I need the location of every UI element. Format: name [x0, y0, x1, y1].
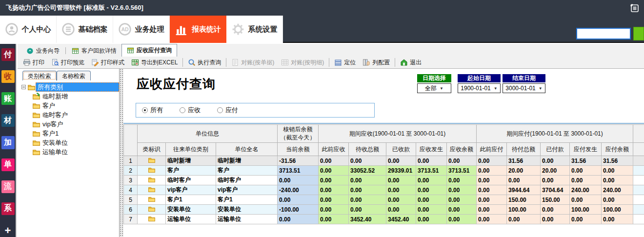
tab-客户回款详情[interactable]: 客户回款详情: [67, 45, 121, 57]
nav-item-报表统计[interactable]: 报表统计: [170, 16, 226, 43]
toolbar-button-打印[interactable]: 打印: [20, 58, 48, 68]
grid-column-header-当前余额[interactable]: 当前余额: [278, 143, 319, 156]
tree-item-客户[interactable]: 客户: [18, 101, 119, 110]
grid-column-header-已收款[interactable]: 已收款: [386, 143, 416, 156]
receivable-cell-3: 0.00: [416, 205, 447, 215]
tab-业务向导[interactable]: 业务向导: [21, 45, 64, 57]
grid-column-header-应付余额[interactable]: 应付余额: [602, 143, 633, 156]
grid-column-header-应收余额[interactable]: 应收余额: [447, 143, 477, 156]
toolbar-button-列配置[interactable]: 列配置: [359, 58, 393, 68]
payable-cell-4: 0.00: [602, 176, 633, 185]
grid-column-header-往来单位类别[interactable]: 往来单位类别: [166, 143, 216, 156]
tab-应收应付查询[interactable]: 应收应付查询: [121, 44, 177, 57]
strip-button-系[interactable]: 系: [1, 202, 15, 215]
radio-所有[interactable]: 所有: [142, 106, 163, 115]
document-menu-icon[interactable]: [629, 3, 640, 14]
radio-circle-icon[interactable]: [217, 107, 223, 113]
nav-item-label: 基础档案: [79, 25, 108, 34]
tree-item-客户1[interactable]: 客户1: [18, 129, 119, 138]
doc-menu-icon: [629, 3, 640, 14]
nav-item-业务处理[interactable]: AD业务处理: [113, 16, 170, 43]
payable-cell-4: 31.56: [602, 156, 633, 166]
toolbar-button-定位[interactable]: 定位: [331, 58, 359, 68]
tree-item-所有类别[interactable]: 所有类别: [18, 82, 119, 92]
search-input[interactable]: [576, 28, 631, 40]
search-go-button[interactable]: [633, 27, 644, 40]
strip-button-材[interactable]: 材: [1, 114, 15, 127]
radio-应付[interactable]: 应付: [217, 106, 238, 115]
strip-button-流[interactable]: 流: [1, 180, 15, 193]
tree-expander-icon[interactable]: [21, 85, 26, 89]
toolbar-separator: [329, 58, 329, 67]
grid-row-安装单位[interactable]: 6安装单位安装单位-100.000.000.000.000.000.000.00…: [124, 205, 644, 215]
tree-item-临时客户[interactable]: 临时客户: [18, 110, 119, 119]
grid-column-header-应付发生[interactable]: 应付发生: [570, 143, 602, 156]
folder-icon: [32, 138, 40, 147]
grid-row-vip客户[interactable]: 4vip客户vip客户-240.000.000.000.000.000.000.…: [124, 185, 644, 195]
panel-splitter[interactable]: [120, 69, 123, 237]
category-tree: 所有类别临时新增客户临时客户vip客户客户1安装单位运输单位: [18, 80, 119, 157]
current-balance-cell: -240.00: [278, 185, 319, 195]
grid-column-header-此前应收[interactable]: 此前应收: [319, 143, 349, 156]
grid-column-header-联[interactable]: 联: [633, 143, 644, 156]
folder-icon: [32, 129, 40, 138]
toolbar-button-label: 打印: [33, 59, 44, 67]
date-filter-select[interactable]: 3000-01-01▼: [503, 83, 545, 93]
nav-item-基础档案[interactable]: 基础档案: [57, 16, 113, 43]
date-filter-select[interactable]: 1900-01-01▼: [458, 83, 501, 93]
print-style-icon: [91, 59, 99, 66]
tree-panel-tabs: 类别检索名称检索: [18, 69, 119, 80]
tree-tab-类别检索[interactable]: 类别检索: [22, 71, 57, 80]
grid-column-header-已付款[interactable]: 已付款: [541, 143, 570, 156]
payable-cell-2: 150.00: [541, 195, 570, 205]
grid-column-header-单位全名[interactable]: 单位全名: [216, 143, 278, 156]
toolbar-button-label: 列配置: [372, 59, 390, 67]
toolbar-button-导出到EXCEL[interactable]: 导出到EXCEL: [128, 58, 181, 68]
results-grid: 单位信息核销后余额（截至今天）期间应收(1900-01-01 至 3000-01…: [123, 123, 644, 225]
tree-item-临时新增[interactable]: 临时新增: [18, 92, 119, 101]
date-filter-value: 全部: [425, 84, 437, 93]
toolbar-button-打印样式[interactable]: 打印样式: [88, 58, 128, 68]
tree-item-运输单位[interactable]: 运输单位: [18, 147, 119, 157]
tree-item-vip客户[interactable]: vip客户: [18, 119, 119, 129]
toolbar-button-打印预览[interactable]: 打印预览: [48, 58, 88, 68]
grid-column-header-应收发生[interactable]: 应收发生: [416, 143, 447, 156]
strip-button-加[interactable]: 加: [1, 136, 15, 149]
toolbar-button-执行查询[interactable]: 执行查询: [184, 58, 224, 68]
grid-row-客户1[interactable]: 5客户1客户10.000.000.000.000.000.000.00150.0…: [124, 195, 644, 205]
receivable-cell-4: 0.00: [447, 156, 477, 166]
radio-应收[interactable]: 应收: [180, 106, 201, 115]
grid-row-临时客户[interactable]: 3临时客户临时客户0.000.000.000.000.000.000.000.0…: [124, 176, 644, 185]
grid-row-临时新增[interactable]: 1临时新增临时新增-31.560.000.000.000.000.000.003…: [124, 156, 644, 166]
nav-item-个人中心[interactable]: 个人中心: [0, 16, 57, 43]
strip-button-+[interactable]: +: [1, 224, 15, 237]
payable-cell-4: 240.00: [602, 185, 633, 195]
nav-item-系统设置[interactable]: 系统设置: [226, 16, 283, 43]
grid-column-header-待收总额[interactable]: 待收总额: [349, 143, 386, 156]
grid-row-客户[interactable]: 2客户客户3713.510.0033052.5229339.013713.513…: [124, 166, 644, 176]
toolbar-button-退出[interactable]: 退出: [397, 58, 425, 68]
tree-tab-名称检索[interactable]: 名称检索: [57, 71, 91, 80]
grid-row-运输单位[interactable]: 7运输单位运输单位0.000.003452.403452.400.000.000…: [124, 215, 644, 224]
grid-column-header-待付总额[interactable]: 待付总额: [507, 143, 541, 156]
date-filter-select[interactable]: 全部▼: [417, 83, 451, 93]
strip-button-收[interactable]: 收: [1, 70, 15, 83]
contact-cell: [633, 195, 644, 205]
row-number-cell: 6: [124, 205, 138, 215]
tree-item-安装单位[interactable]: 安装单位: [18, 138, 119, 147]
radio-circle-icon[interactable]: [142, 107, 148, 113]
receivable-cell-4: 3713.51: [447, 166, 477, 176]
payable-cell-3: 0.00: [570, 195, 602, 205]
folder-icon: [148, 176, 156, 183]
folder-icon: [27, 83, 36, 91]
chart-icon: [175, 23, 188, 36]
grid-corner-cell: [124, 125, 138, 156]
payable-cell-1: 3944.64: [507, 185, 541, 195]
tree-item-label: 所有类别: [36, 82, 119, 92]
radio-circle-icon[interactable]: [180, 107, 185, 113]
strip-button-付[interactable]: 付: [1, 48, 15, 61]
strip-button-账[interactable]: 账: [1, 92, 15, 105]
grid-column-header-此前应付[interactable]: 此前应付: [477, 143, 507, 156]
strip-button-单[interactable]: 单: [1, 158, 15, 171]
grid-column-header-类标识[interactable]: 类标识: [138, 143, 166, 156]
